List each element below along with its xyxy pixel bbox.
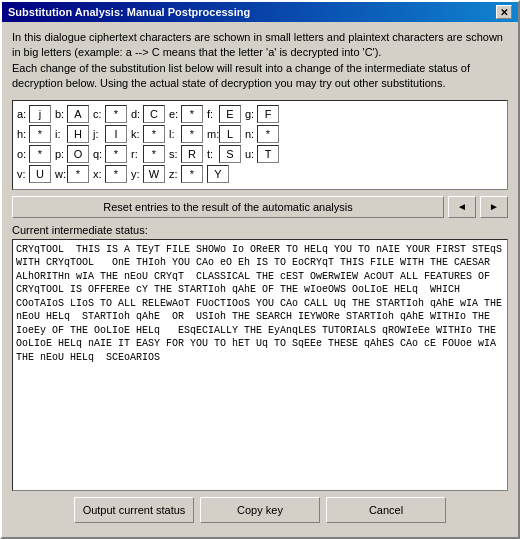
grid-cell-1-3: k: xyxy=(131,125,165,143)
cell-label-1-1: i: xyxy=(55,128,67,140)
grid-cell-0-1: b: xyxy=(55,105,89,123)
back-nav-button[interactable]: ◄ xyxy=(448,196,476,218)
forward-nav-button[interactable]: ► xyxy=(480,196,508,218)
cell-label-2-5: t: xyxy=(207,148,219,160)
copy-key-button[interactable]: Copy key xyxy=(200,497,320,523)
cell-label-1-4: l: xyxy=(169,128,181,140)
cell-label-3-4: z: xyxy=(169,168,181,180)
desc-line4: decryption below. Using the actual state… xyxy=(12,76,508,91)
cell-label-1-3: k: xyxy=(131,128,143,140)
grid-cell-1-1: i: xyxy=(55,125,89,143)
cell-input-0-1[interactable] xyxy=(67,105,89,123)
cell-label-0-2: c: xyxy=(93,108,105,120)
titlebar: Substitution Analysis: Manual Postproces… xyxy=(2,2,518,22)
grid-row-3: v:w:x:y:z: xyxy=(17,165,503,183)
grid-cell-0-4: e: xyxy=(169,105,203,123)
cell-label-1-6: n: xyxy=(245,128,257,140)
cell-input-1-5[interactable] xyxy=(219,125,241,143)
grid-cell-2-1: p: xyxy=(55,145,89,163)
status-textarea[interactable] xyxy=(12,239,508,491)
cell-input-2-3[interactable] xyxy=(143,145,165,163)
cell-label-2-4: s: xyxy=(169,148,181,160)
cancel-button[interactable]: Cancel xyxy=(326,497,446,523)
grid-cell-2-5: t: xyxy=(207,145,241,163)
cell-label-0-5: f: xyxy=(207,108,219,120)
cell-input-1-3[interactable] xyxy=(143,125,165,143)
cell-input-3-2[interactable] xyxy=(105,165,127,183)
cell-input-2-5[interactable] xyxy=(219,145,241,163)
grid-cell-3-3: y: xyxy=(131,165,165,183)
cell-input-3-3[interactable] xyxy=(143,165,165,183)
cell-label-1-0: h: xyxy=(17,128,29,140)
cell-input-2-4[interactable] xyxy=(181,145,203,163)
cell-input-0-5[interactable] xyxy=(219,105,241,123)
grid-row-0: a:b:c:d:e:f:g: xyxy=(17,105,503,123)
cell-label-3-3: y: xyxy=(131,168,143,180)
reset-button[interactable]: Reset entries to the result of the autom… xyxy=(12,196,444,218)
grid-cell-1-5: m: xyxy=(207,125,241,143)
desc-line3: Each change of the substitution list bel… xyxy=(12,61,508,76)
cell-label-0-3: d: xyxy=(131,108,143,120)
grid-cell-2-2: q: xyxy=(93,145,127,163)
cell-input-1-1[interactable] xyxy=(67,125,89,143)
grid-cell-3-0: v: xyxy=(17,165,51,183)
grid-cell-3-4: z: xyxy=(169,165,203,183)
close-button[interactable]: ✕ xyxy=(496,5,512,19)
cell-label-2-2: q: xyxy=(93,148,105,160)
grid-cell-3-1: w: xyxy=(55,165,89,183)
reset-row: Reset entries to the result of the autom… xyxy=(12,196,508,218)
cell-input-2-1[interactable] xyxy=(67,145,89,163)
grid-cell-1-2: j: xyxy=(93,125,127,143)
cell-input-0-0[interactable] xyxy=(29,105,51,123)
cell-input-0-2[interactable] xyxy=(105,105,127,123)
cell-label-3-2: x: xyxy=(93,168,105,180)
cell-input-0-4[interactable] xyxy=(181,105,203,123)
cell-input-0-6[interactable] xyxy=(257,105,279,123)
grid-cell-2-4: s: xyxy=(169,145,203,163)
cell-input-1-6[interactable] xyxy=(257,125,279,143)
cell-label-0-1: b: xyxy=(55,108,67,120)
status-label: Current intermediate status: xyxy=(12,224,508,236)
cell-input-1-0[interactable] xyxy=(29,125,51,143)
cell-label-3-1: w: xyxy=(55,168,67,180)
cell-input-1-2[interactable] xyxy=(105,125,127,143)
cell-label-0-6: g: xyxy=(245,108,257,120)
cell-input-1-4[interactable] xyxy=(181,125,203,143)
grid-cell-1-0: h: xyxy=(17,125,51,143)
grid-cell-2-0: o: xyxy=(17,145,51,163)
grid-cell-2-6: u: xyxy=(245,145,279,163)
grid-row-1: h:i:j:k:l:m:n: xyxy=(17,125,503,143)
bottom-buttons: Output current status Copy key Cancel xyxy=(12,497,508,529)
cell-label-1-5: m: xyxy=(207,128,219,140)
grid-cell-1-4: l: xyxy=(169,125,203,143)
cell-label-1-2: j: xyxy=(93,128,105,140)
desc-line2: in big letters (example: a --> C means t… xyxy=(12,45,508,60)
cell-label-2-1: p: xyxy=(55,148,67,160)
cell-label-0-4: e: xyxy=(169,108,181,120)
cell-input-2-0[interactable] xyxy=(29,145,51,163)
cell-input-2-2[interactable] xyxy=(105,145,127,163)
cell-label-2-3: r: xyxy=(131,148,143,160)
cell-label-3-0: v: xyxy=(17,168,29,180)
cell-input-0-3[interactable] xyxy=(143,105,165,123)
main-content: In this dialogue ciphertext characters a… xyxy=(2,22,518,537)
grid-cell-0-5: f: xyxy=(207,105,241,123)
main-window: Substitution Analysis: Manual Postproces… xyxy=(0,0,520,539)
grid-cell-2-3: r: xyxy=(131,145,165,163)
cell-input-2-6[interactable] xyxy=(257,145,279,163)
cell-input-3-4[interactable] xyxy=(181,165,203,183)
cell-input-3-1[interactable] xyxy=(67,165,89,183)
description-text: In this dialogue ciphertext characters a… xyxy=(12,30,508,92)
grid-cell-0-6: g: xyxy=(245,105,279,123)
substitution-grid: a:b:c:d:e:f:g:h:i:j:k:l:m:n:o:p:q:r:s:t:… xyxy=(12,100,508,190)
grid-cell-0-0: a: xyxy=(17,105,51,123)
grid-row-2: o:p:q:r:s:t:u: xyxy=(17,145,503,163)
grid-cell-0-3: d: xyxy=(131,105,165,123)
cell-label-0-0: a: xyxy=(17,108,29,120)
cell-input-3-5[interactable] xyxy=(207,165,229,183)
window-title: Substitution Analysis: Manual Postproces… xyxy=(8,6,250,18)
grid-cell-3-5 xyxy=(207,165,229,183)
cell-input-3-0[interactable] xyxy=(29,165,51,183)
output-button[interactable]: Output current status xyxy=(74,497,194,523)
grid-cell-1-6: n: xyxy=(245,125,279,143)
